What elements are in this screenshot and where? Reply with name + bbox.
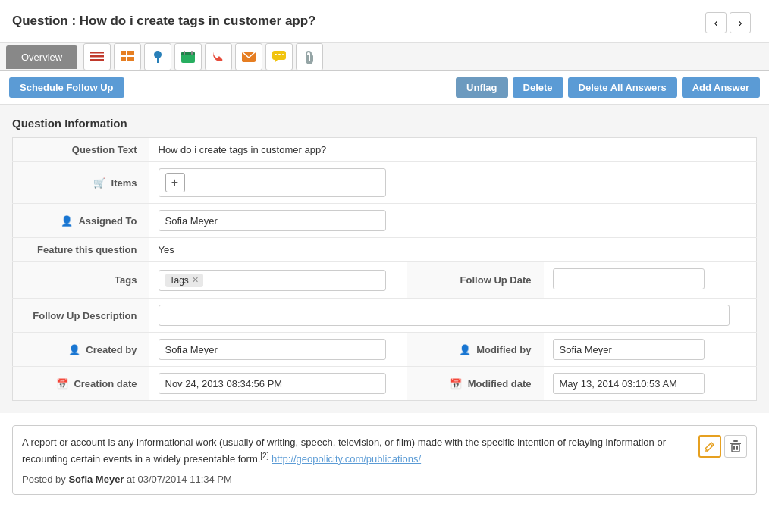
list-icon[interactable] <box>83 43 111 70</box>
question-text-row: Question Text How do i create tags in cu… <box>13 138 757 162</box>
svg-rect-12 <box>191 51 193 55</box>
follow-up-desc-row: Follow Up Description <box>13 299 757 333</box>
pin-icon[interactable] <box>144 43 171 70</box>
unflag-button[interactable]: Unflag <box>456 77 507 98</box>
svg-rect-3 <box>121 51 126 55</box>
tags-label: Tags <box>13 262 149 299</box>
comment-box: A report or account is any informational… <box>12 425 757 495</box>
tags-row: Tags Tags ✕ Follow Up Date <box>13 262 757 299</box>
feature-question-row: Feature this question Yes <box>13 238 757 262</box>
assigned-to-value: Sofia Meyer <box>149 204 757 238</box>
svg-rect-4 <box>127 51 134 55</box>
assigned-to-label: 👤 Assigned To <box>13 204 149 238</box>
creation-date-label: 📅 Creation date <box>13 367 149 401</box>
comment-body: A report or account is any informational… <box>22 435 689 466</box>
svg-rect-18 <box>282 54 284 55</box>
delete-button[interactable]: Delete <box>513 77 563 98</box>
schedule-follow-up-button[interactable]: Schedule Follow Up <box>9 77 124 98</box>
created-by-label: 👤 Created by <box>13 333 149 367</box>
nav-bar: Overview <box>0 43 769 71</box>
delete-all-answers-button[interactable]: Delete All Answers <box>568 77 677 98</box>
svg-rect-16 <box>275 54 277 55</box>
svg-rect-22 <box>732 444 739 452</box>
feature-question-label: Feature this question <box>13 238 149 262</box>
svg-rect-25 <box>733 440 738 442</box>
items-value[interactable]: + <box>149 162 757 204</box>
svg-rect-17 <box>278 54 281 55</box>
question-text-value: How do i create tags in customer app? <box>149 138 757 162</box>
tag-remove-button[interactable]: ✕ <box>192 275 199 285</box>
action-bar: Schedule Follow Up Unflag Delete Delete … <box>0 71 769 105</box>
svg-point-7 <box>154 51 162 58</box>
tags-value[interactable]: Tags ✕ <box>149 262 407 299</box>
comment-area: A report or account is any informational… <box>0 413 769 507</box>
question-text-label: Question Text <box>13 138 149 162</box>
items-row: 🛒 Items + <box>13 162 757 204</box>
creation-date-value: Nov 24, 2013 08:34:56 PM <box>149 367 407 401</box>
items-add-button[interactable]: + <box>165 173 185 192</box>
follow-up-date-label: Follow Up Date <box>407 262 544 299</box>
svg-rect-24 <box>736 446 738 450</box>
comment-row: A report or account is any informational… <box>22 435 747 485</box>
nav-prev-button[interactable]: ‹ <box>705 12 727 33</box>
calendar-icon-2: 📅 <box>56 378 68 390</box>
action-right-buttons: Unflag Delete Delete All Answers Add Ans… <box>456 77 760 98</box>
follow-up-desc-label: Follow Up Description <box>13 299 149 333</box>
comment-content: A report or account is any informational… <box>22 435 689 485</box>
attachment-icon[interactable] <box>296 43 323 70</box>
edit-comment-button[interactable] <box>698 435 721 458</box>
overview-tab[interactable]: Overview <box>6 45 77 69</box>
add-answer-button[interactable]: Add Answer <box>682 77 760 98</box>
modified-date-label: 📅 Modified date <box>407 367 544 401</box>
tag-item: Tags ✕ <box>165 274 203 287</box>
content-area: Question Information Question Text How d… <box>0 105 769 413</box>
modified-by-label: 👤 Modified by <box>407 333 544 367</box>
items-label: 🛒 Items <box>13 162 149 204</box>
feature-question-value: Yes <box>149 238 757 262</box>
chat-icon[interactable] <box>265 43 293 70</box>
modified-date-value: May 13, 2014 03:10:53 AM <box>544 367 757 401</box>
cart-icon: 🛒 <box>93 177 105 189</box>
svg-rect-23 <box>733 446 735 450</box>
svg-marker-15 <box>275 60 278 63</box>
question-info-table: Question Text How do i create tags in cu… <box>12 137 757 401</box>
delete-comment-button[interactable] <box>724 435 747 458</box>
section-title: Question Information <box>12 117 757 130</box>
comment-footer: Posted by Sofia Meyer at 03/07/2014 11:3… <box>22 474 689 485</box>
modified-by-value: Sofia Meyer <box>544 333 757 367</box>
comment-author: Sofia Meyer <box>68 474 124 485</box>
svg-rect-2 <box>90 59 104 61</box>
dates-row: 📅 Creation date Nov 24, 2013 08:34:56 PM… <box>13 367 757 401</box>
nav-next-button[interactable]: › <box>730 12 751 33</box>
svg-rect-8 <box>157 58 159 63</box>
person-icon-3: 👤 <box>459 344 471 355</box>
svg-rect-10 <box>181 52 195 55</box>
assigned-to-row: 👤 Assigned To Sofia Meyer <box>13 204 757 238</box>
calendar-icon-3: 📅 <box>450 378 462 390</box>
svg-rect-11 <box>184 51 185 55</box>
grid-icon[interactable] <box>114 43 141 70</box>
comment-link[interactable]: http://geopolicity.com/publications/ <box>272 453 421 465</box>
created-modified-row: 👤 Created by Sofia Meyer 👤 Modified by S… <box>13 333 757 367</box>
comment-actions <box>698 435 747 458</box>
email-icon[interactable] <box>235 43 262 70</box>
page-title: Question : How do i create tags in custo… <box>12 14 316 29</box>
person-icon-2: 👤 <box>68 344 80 355</box>
follow-up-date-value[interactable] <box>544 262 757 299</box>
svg-rect-6 <box>127 57 134 61</box>
person-icon: 👤 <box>61 215 73 227</box>
svg-rect-5 <box>121 57 126 61</box>
phone-icon[interactable] <box>205 43 232 70</box>
svg-rect-0 <box>90 52 104 54</box>
follow-up-desc-value[interactable] <box>149 299 757 333</box>
svg-rect-1 <box>90 55 104 58</box>
calendar-icon[interactable] <box>174 43 202 70</box>
created-by-value: Sofia Meyer <box>149 333 407 367</box>
